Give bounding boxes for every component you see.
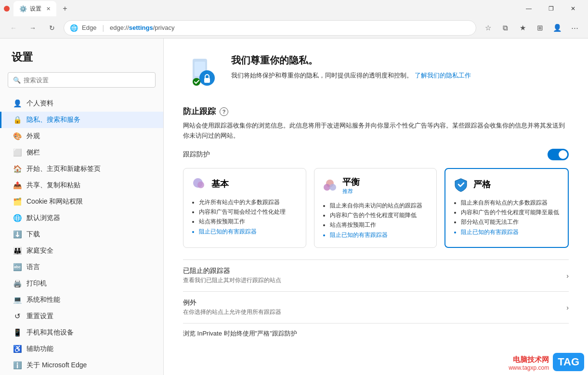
sidebar-item-label: 默认浏览器 <box>26 214 60 222</box>
minimize-button[interactable]: — <box>518 0 540 17</box>
mobile-nav-icon: 📱 <box>13 328 22 337</box>
titlebar-left <box>4 6 10 12</box>
balanced-card-title-group: 平衡 推荐 <box>342 176 360 195</box>
strict-card-title: 严格 <box>473 179 491 190</box>
svg-point-6 <box>197 181 204 188</box>
watermark-tag: TAG <box>553 353 584 371</box>
close-button[interactable]: ✕ <box>562 0 584 17</box>
sidebar-item-reset[interactable]: ↺ 重置设置 <box>0 308 163 324</box>
svg-point-9 <box>329 184 336 191</box>
split-icon[interactable]: ⧉ <box>497 20 513 36</box>
content-area: 我们尊重你的隐私。 我们将始终保护和尊重你的隐私，同时提供应得的透明度和控制。 … <box>164 39 588 375</box>
basic-card[interactable]: 基本 允许所有站点中的大多数跟踪器 内容和广告可能会经过个性化处理 站点将按预期… <box>183 168 306 248</box>
sidebar-item-label: 隐私、搜索和服务 <box>26 116 80 124</box>
balanced-card-icon <box>322 178 338 193</box>
tab-close-icon[interactable]: ✕ <box>46 6 51 12</box>
sidebar-item-system[interactable]: 💻 系统和性能 <box>0 292 163 308</box>
basic-card-desc: 允许所有站点中的大多数跟踪器 内容和广告可能会经过个性化处理 站点将按预期工作 … <box>191 197 298 237</box>
sidebar-item-browser[interactable]: 🌐 默认浏览器 <box>0 210 163 226</box>
watermark: 电脑技术网 www.tagxp.com TAG <box>509 353 584 371</box>
blocked-trackers-chevron: › <box>566 272 569 280</box>
sidebar-item-print[interactable]: 🖨️ 打印机 <box>0 275 163 292</box>
sidebar-item-accessibility[interactable]: ♿ 辅助功能 <box>0 341 163 357</box>
sidebar-nav-icon: ⬜ <box>13 148 22 157</box>
sidebar-item-label: 共享、复制和粘贴 <box>26 181 80 190</box>
toolbar-icons: ☆ ⧉ ★ ⊞ 👤 ⋯ <box>480 20 582 36</box>
collection-icon[interactable]: ⊞ <box>532 20 548 36</box>
cookie-nav-icon: 🗂️ <box>13 197 22 206</box>
blocked-trackers-title: 已阻止的跟踪器 <box>183 267 281 275</box>
address-bar[interactable]: 🌐 Edge | edge://settings/privacy <box>64 20 476 36</box>
hero-title: 我们尊重你的隐私。 <box>231 54 471 67</box>
hero-icon <box>183 54 222 92</box>
titlebar-controls: — ❐ ✕ <box>518 0 584 17</box>
language-nav-icon: 🔤 <box>13 263 22 272</box>
search-box[interactable]: 🔍 <box>8 72 156 88</box>
sidebar-item-mobile[interactable]: 📱 手机和其他设备 <box>0 324 163 341</box>
search-input[interactable] <box>24 77 150 84</box>
balanced-card-header: 平衡 推荐 <box>322 176 429 195</box>
svg-rect-3 <box>204 78 210 83</box>
reset-nav-icon: ↺ <box>13 312 22 321</box>
tracking-cards: 基本 允许所有站点中的大多数跟踪器 内容和广告可能会经过个性化处理 站点将按预期… <box>183 168 569 248</box>
balanced-card[interactable]: 平衡 推荐 阻止来自你尚未访问的站点的跟踪器 内容和广告的个性化程度可能降低 站… <box>314 168 437 248</box>
sidebar-item-appearance[interactable]: 🎨 外观 <box>0 128 163 144</box>
toggle-label: 跟踪防护 <box>183 150 210 159</box>
sidebar-item-sidebar[interactable]: ⬜ 侧栏 <box>0 144 163 161</box>
footer-text: 浏览 InPrivate 时始终使用"严格"跟踪防护 <box>183 323 569 344</box>
basic-card-header: 基本 <box>191 176 298 192</box>
star-icon[interactable]: ☆ <box>480 20 496 36</box>
sidebar-item-label: Cookie 和网站权限 <box>26 197 83 206</box>
tab-title: 设置 <box>30 5 41 13</box>
sidebar: 设置 🔍 👤 个人资料 🔒 隐私、搜索和服务 🎨 外观 ⬜ 侧栏 🏠 开始、主页… <box>0 39 164 375</box>
help-icon[interactable]: ? <box>220 107 228 116</box>
forward-button[interactable]: → <box>25 20 40 36</box>
profile-icon[interactable]: 👤 <box>549 20 565 36</box>
edge-label: Edge <box>82 24 96 31</box>
more-icon[interactable]: ⋯ <box>567 20 582 36</box>
balanced-card-desc: 阻止来自你尚未访问的站点的跟踪器 内容和广告的个性化程度可能降低 站点将按预期工… <box>322 201 429 240</box>
new-tab-button[interactable]: + <box>58 2 72 15</box>
back-button[interactable]: ← <box>6 20 21 36</box>
basic-card-icon <box>191 176 207 192</box>
active-tab[interactable]: ⚙️ 设置 ✕ <box>13 1 56 16</box>
blocked-trackers-text: 已阻止的跟踪器 查看我们已阻止其对你进行跟踪的站点 <box>183 267 281 284</box>
watermark-site-url: www.tagxp.com <box>509 364 549 371</box>
hero-link[interactable]: 了解我们的隐私工作 <box>415 72 471 79</box>
sidebar-item-label: 手机和其他设备 <box>26 328 74 337</box>
sidebar-item-language[interactable]: 🔤 语言 <box>0 259 163 275</box>
sidebar-item-about[interactable]: ℹ️ 关于 Microsoft Edge <box>0 357 163 374</box>
url-suffix: /privacy <box>153 24 175 31</box>
accessibility-nav-icon: ♿ <box>13 345 22 353</box>
sidebar-item-profile[interactable]: 👤 个人资料 <box>0 95 163 112</box>
share-nav-icon: 📤 <box>13 181 22 190</box>
main-layout: 设置 🔍 👤 个人资料 🔒 隐私、搜索和服务 🎨 外观 ⬜ 侧栏 🏠 开始、主页… <box>0 39 588 375</box>
sidebar-item-share[interactable]: 📤 共享、复制和粘贴 <box>0 177 163 194</box>
tab-settings-icon: ⚙️ <box>19 5 27 13</box>
exceptions-text: 例外 在你选择的站点上允许使用所有跟踪器 <box>183 298 281 316</box>
family-nav-icon: 👪 <box>13 246 22 255</box>
url-prefix: edge:// <box>110 24 129 31</box>
exceptions-row[interactable]: 例外 在你选择的站点上允许使用所有跟踪器 › <box>183 291 569 323</box>
privacy-nav-icon: 🔒 <box>13 116 22 124</box>
exceptions-title: 例外 <box>183 298 281 307</box>
strict-card-desc: 阻止来自所有站点的大多数跟踪器 内容和广告的个性化程度可能降至最低 部分站点可能… <box>453 198 560 237</box>
sidebar-item-download[interactable]: ⬇️ 下载 <box>0 226 163 243</box>
sidebar-item-privacy[interactable]: 🔒 隐私、搜索和服务 <box>0 112 163 128</box>
profile-nav-icon: 👤 <box>13 99 22 108</box>
blocked-trackers-row[interactable]: 已阻止的跟踪器 查看我们已阻止其对你进行跟踪的站点 › <box>183 259 569 291</box>
privacy-hero: 我们尊重你的隐私。 我们将始终保护和尊重你的隐私，同时提供应得的透明度和控制。 … <box>183 54 569 92</box>
about-nav-icon: ℹ️ <box>13 361 22 370</box>
tracking-toggle[interactable] <box>548 149 569 160</box>
url-path: settings <box>129 24 153 31</box>
restore-button[interactable]: ❐ <box>540 0 562 17</box>
sidebar-item-label: 关于 Microsoft Edge <box>26 361 87 370</box>
sidebar-item-cookie[interactable]: 🗂️ Cookie 和网站权限 <box>0 194 163 210</box>
strict-card[interactable]: 严格 阻止来自所有站点的大多数跟踪器 内容和广告的个性化程度可能降至最低 部分站… <box>444 168 569 248</box>
refresh-button[interactable]: ↻ <box>44 20 60 36</box>
sidebar-item-start[interactable]: 🏠 开始、主页和新建标签页 <box>0 161 163 177</box>
favorites-icon[interactable]: ★ <box>515 20 530 36</box>
sidebar-item-family[interactable]: 👪 家庭安全 <box>0 243 163 259</box>
balanced-card-subtitle: 推荐 <box>342 188 360 195</box>
sidebar-item-label: 打印机 <box>26 279 47 288</box>
